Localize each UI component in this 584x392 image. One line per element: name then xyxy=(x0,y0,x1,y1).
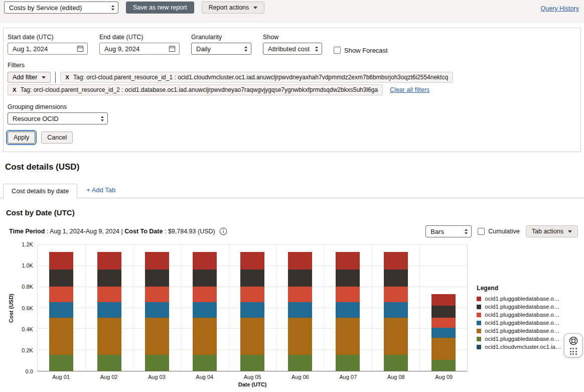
bar-aug-06[interactable] xyxy=(276,245,324,371)
legend-item[interactable]: ocid1.cloudvmcluster.oc1.ia… xyxy=(477,344,578,350)
bar-segment[interactable] xyxy=(288,252,312,270)
remove-filter-icon[interactable]: X xyxy=(13,87,17,93)
bar-segment[interactable] xyxy=(336,252,360,270)
bar-segment[interactable] xyxy=(193,302,217,318)
bar-segment[interactable] xyxy=(431,318,456,328)
legend-item[interactable]: ocid1.pluggabledatabase.o… xyxy=(477,320,578,326)
bar-segment[interactable] xyxy=(49,355,73,371)
legend-swatch xyxy=(477,305,481,309)
cumulative-checkbox[interactable] xyxy=(478,228,485,235)
bar-segment[interactable] xyxy=(431,360,456,371)
legend-item[interactable]: ocid1.pluggabledatabase.o… xyxy=(477,328,578,334)
bar-segment[interactable] xyxy=(193,287,217,302)
bar-segment[interactable] xyxy=(384,287,408,302)
bar-segment[interactable] xyxy=(145,287,169,302)
save-as-new-report-button[interactable]: Save as new report xyxy=(126,2,194,14)
filter-tag[interactable]: X Tag: orcl-cloud.parent_resource_id_2 :… xyxy=(8,84,383,95)
bar-segment[interactable] xyxy=(97,287,121,302)
query-history-link[interactable]: Query History xyxy=(541,5,579,12)
bar-segment[interactable] xyxy=(240,270,264,286)
bar-segment[interactable] xyxy=(288,287,312,302)
bar-segment[interactable] xyxy=(193,355,217,371)
bar-segment[interactable] xyxy=(431,294,456,306)
apps-grid-icon[interactable] xyxy=(570,348,577,355)
bar-segment[interactable] xyxy=(193,252,217,270)
bar-segment[interactable] xyxy=(49,252,73,270)
bar-segment[interactable] xyxy=(240,287,264,302)
bar-aug-03[interactable] xyxy=(133,245,181,371)
bar-segment[interactable] xyxy=(240,318,264,354)
bar-segment[interactable] xyxy=(336,318,360,354)
bar-segment[interactable] xyxy=(336,302,360,318)
end-date-input[interactable]: Aug 9, 2024 xyxy=(99,43,180,55)
clear-all-filters-link[interactable]: Clear all filters xyxy=(390,86,429,93)
bar-segment[interactable] xyxy=(336,355,360,371)
start-date-input[interactable]: Aug 1, 2024 xyxy=(8,43,88,55)
bar-segment[interactable] xyxy=(431,338,456,360)
bar-segment[interactable] xyxy=(288,318,312,354)
tab-actions-button[interactable]: Tab actions xyxy=(526,225,578,237)
bar-segment[interactable] xyxy=(384,355,408,371)
chart-type-select[interactable]: Bars xyxy=(425,225,472,237)
calendar-icon[interactable] xyxy=(169,45,176,52)
bar-segment[interactable] xyxy=(145,318,169,354)
show-forecast-checkbox[interactable] xyxy=(334,47,341,54)
bar-segment[interactable] xyxy=(97,252,121,270)
legend-item[interactable]: ocid1.pluggabledatabase.o… xyxy=(477,296,578,302)
bar-segment[interactable] xyxy=(336,287,360,302)
report-select[interactable]: Costs by Service (edited) xyxy=(4,2,118,14)
bar-segment[interactable] xyxy=(97,270,121,286)
show-select[interactable]: Attributed cost xyxy=(263,43,322,55)
cancel-button[interactable]: Cancel xyxy=(41,132,73,144)
bar-segment[interactable] xyxy=(336,270,360,286)
bar-aug-09[interactable] xyxy=(419,245,467,371)
bar-segment[interactable] xyxy=(97,355,121,371)
legend-item[interactable]: ocid1.pluggabledatabase.o… xyxy=(477,304,578,310)
legend-item[interactable]: ocid1.pluggabledatabase.o… xyxy=(477,336,578,342)
bar-segment[interactable] xyxy=(49,318,73,354)
bar-segment[interactable] xyxy=(384,318,408,354)
bar-aug-07[interactable] xyxy=(324,245,372,371)
bar-segment[interactable] xyxy=(384,302,408,318)
grouping-dimensions-select[interactable]: Resource OCID xyxy=(8,112,108,124)
bar-aug-01[interactable] xyxy=(38,245,85,371)
granularity-select[interactable]: Daily xyxy=(191,43,251,55)
bar-segment[interactable] xyxy=(431,328,456,338)
bar-segment[interactable] xyxy=(97,302,121,318)
life-ring-icon[interactable] xyxy=(568,336,578,346)
bar-segment[interactable] xyxy=(145,355,169,371)
bar-segment[interactable] xyxy=(193,270,217,286)
bar-segment[interactable] xyxy=(288,270,312,286)
bar-aug-05[interactable] xyxy=(229,245,276,371)
bar-segment[interactable] xyxy=(431,306,456,318)
remove-filter-icon[interactable]: X xyxy=(65,74,69,80)
bar-segment[interactable] xyxy=(97,318,121,354)
bar-aug-04[interactable] xyxy=(181,245,228,371)
add-tab-button[interactable]: + Add Tab xyxy=(86,186,115,198)
info-icon[interactable] xyxy=(219,227,227,235)
legend-item[interactable]: ocid1.pluggabledatabase.o… xyxy=(477,312,578,318)
bar-segment[interactable] xyxy=(145,270,169,286)
bar-segment[interactable] xyxy=(193,318,217,354)
bar-segment[interactable] xyxy=(49,302,73,318)
filter-tag[interactable]: X Tag: orcl-cloud.parent_resource_id_1 :… xyxy=(60,72,453,83)
help-widget[interactable] xyxy=(564,333,582,357)
bar-segment[interactable] xyxy=(384,270,408,286)
bar-segment[interactable] xyxy=(240,252,264,270)
bar-segment[interactable] xyxy=(384,252,408,270)
bar-segment[interactable] xyxy=(49,270,73,286)
bar-segment[interactable] xyxy=(145,252,169,270)
bar-segment[interactable] xyxy=(240,302,264,318)
report-actions-button[interactable]: Report actions xyxy=(202,2,265,14)
bar-aug-02[interactable] xyxy=(85,245,133,371)
bar-aug-08[interactable] xyxy=(372,245,419,371)
add-filter-button[interactable]: Add filter xyxy=(8,72,51,83)
bar-segment[interactable] xyxy=(49,287,73,302)
bar-segment[interactable] xyxy=(288,355,312,371)
calendar-icon[interactable] xyxy=(77,45,84,52)
bar-segment[interactable] xyxy=(240,355,264,371)
bar-segment[interactable] xyxy=(145,302,169,318)
bar-segment[interactable] xyxy=(288,302,312,318)
apply-button[interactable]: Apply xyxy=(8,132,35,144)
tab-cost-details-by-date[interactable]: Cost details by date xyxy=(3,184,77,198)
